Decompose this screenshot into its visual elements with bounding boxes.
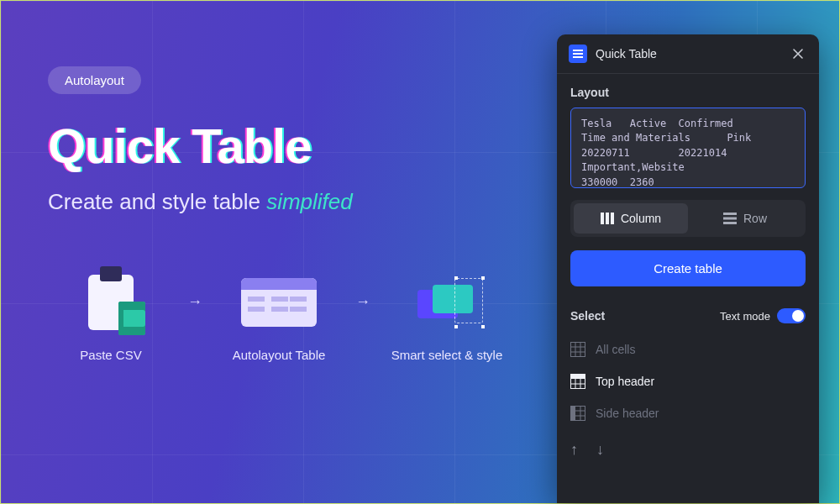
layout-section-label: Layout (570, 86, 806, 99)
steps-row: Paste CSV → Autolayout Table → Smart sel… (48, 270, 510, 364)
svg-rect-5 (606, 213, 609, 224)
select-all-cells-option[interactable]: All cells (570, 333, 806, 365)
plugin-panel: Quick Table Layout Tesla Active Confirme… (557, 34, 819, 503)
svg-rect-8 (723, 218, 737, 220)
row-toggle-button[interactable]: Row (688, 203, 802, 234)
svg-rect-9 (723, 222, 737, 224)
select-side-header-option[interactable]: Side header (570, 397, 806, 429)
svg-rect-12 (570, 374, 585, 379)
arrow-icon: → (349, 270, 377, 311)
option-label: Top header (596, 375, 654, 388)
create-table-button[interactable]: Create table (570, 250, 806, 286)
rows-icon (723, 213, 737, 224)
step-autolayout-table: Autolayout Table (216, 270, 342, 364)
hero-subtitle-pre: Create and style table (48, 189, 266, 214)
step-paste-csv: Paste CSV (48, 270, 174, 364)
column-toggle-label: Column (621, 212, 661, 225)
svg-rect-7 (723, 213, 737, 215)
option-label: Side header (596, 407, 659, 420)
step-2-label: Autolayout Table (216, 347, 342, 364)
clipboard-icon (88, 275, 134, 330)
table-icon (241, 278, 317, 327)
autolayout-pill: Autolayout (48, 66, 141, 94)
text-mode-toggle[interactable] (777, 308, 806, 323)
hero-subtitle-emphasis: simplifed (266, 189, 353, 214)
svg-rect-3 (573, 56, 583, 58)
step-1-label: Paste CSV (48, 347, 174, 364)
side-header-icon (570, 406, 585, 421)
close-button[interactable] (789, 45, 807, 63)
columns-icon (601, 213, 614, 224)
hero: Autolayout Quick Table Create and style … (48, 66, 527, 215)
svg-rect-10 (571, 343, 585, 357)
csv-input[interactable]: Tesla Active Confirmed Time and Material… (570, 108, 806, 188)
plugin-logo-icon (569, 45, 587, 63)
row-toggle-label: Row (743, 212, 767, 225)
panel-title: Quick Table (596, 47, 780, 60)
select-section-label: Select (570, 309, 605, 323)
text-mode-control: Text mode (720, 308, 806, 323)
step-3-label: Smart select & style (384, 347, 510, 364)
arrow-icon: → (181, 270, 209, 311)
option-label: All cells (596, 343, 635, 356)
svg-rect-2 (573, 53, 583, 55)
orientation-segmented-control: Column Row (570, 200, 806, 237)
svg-rect-6 (611, 213, 614, 224)
top-header-icon (570, 374, 585, 389)
text-mode-label: Text mode (720, 310, 770, 323)
svg-rect-1 (573, 50, 583, 51)
column-toggle-button[interactable]: Column (574, 203, 688, 234)
hero-title: Quick Table (48, 118, 527, 174)
reorder-arrows: ↑ ↓ (570, 441, 806, 459)
move-up-button[interactable]: ↑ (570, 441, 578, 459)
hero-subtitle: Create and style table simplifed (48, 189, 527, 215)
select-top-header-option[interactable]: Top header (570, 365, 806, 397)
close-icon (792, 48, 804, 60)
step-smart-select: Smart select & style (384, 270, 510, 364)
panel-header: Quick Table (557, 34, 819, 74)
move-down-button[interactable]: ↓ (596, 441, 604, 459)
svg-rect-4 (601, 213, 604, 224)
selection-icon (414, 281, 480, 323)
svg-rect-14 (570, 406, 575, 421)
grid-icon (570, 342, 585, 357)
